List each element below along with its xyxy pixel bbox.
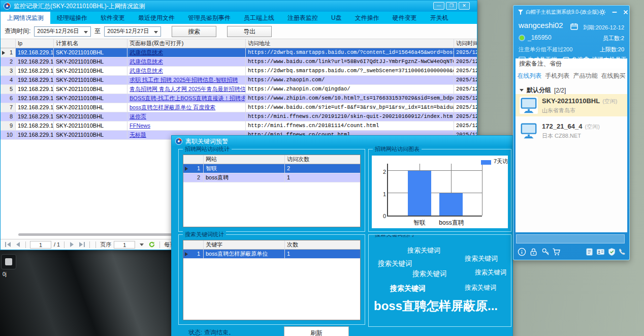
page-title-link[interactable]: BOSS直聘-找工作上BOSS直聘直接谈！招聘求职找工... xyxy=(130,95,246,101)
tab-recent-files[interactable]: 最近使用文件 xyxy=(132,12,181,24)
tab-file-ops[interactable]: 文件操作 xyxy=(348,12,386,24)
search-input[interactable] xyxy=(516,58,627,69)
table-row[interactable]: 9 192.168.229.1 SKY-20211010BHL FFNews h… xyxy=(1,121,477,131)
page-title-link[interactable]: 无标题 xyxy=(130,132,146,138)
tab-internet-monitor[interactable]: 上网情况监测 xyxy=(1,12,50,24)
row-marker-icon xyxy=(185,167,188,171)
page-title-link[interactable]: 求职 找工作 招聘 2025年招聘信息-智联招聘 xyxy=(130,77,238,83)
site-table-header: 网站 访问次数 xyxy=(183,155,360,164)
table-row[interactable]: 6 192.168.229.1 SKY-20211010BHL BOSS直聘-找… xyxy=(1,94,477,103)
tab-software-change[interactable]: 软件变更 xyxy=(94,12,132,24)
next-page-icon[interactable] xyxy=(69,241,76,248)
search-button[interactable]: 搜索 xyxy=(172,26,216,37)
key-icon[interactable] xyxy=(541,248,550,256)
group-name: 默认分组 xyxy=(527,86,551,95)
group-count: [2/2] xyxy=(554,87,566,94)
gear-icon[interactable] xyxy=(599,9,606,16)
refresh-button[interactable]: 刷新 xyxy=(284,326,349,336)
computer-icon xyxy=(519,96,538,114)
y-tick: 2 xyxy=(379,169,386,175)
minimize-icon[interactable] xyxy=(611,9,618,16)
table-row[interactable]: 5 192.168.229.1 SKY-20211010BHL 青岛招聘网 青岛… xyxy=(1,85,477,94)
notes-icon[interactable] xyxy=(585,248,594,256)
table-row[interactable]: 8 192.168.229.1 SKY-20211010BHL 迷你页 http… xyxy=(1,112,477,121)
group-note: 注意单分组不超过200 xyxy=(519,46,572,53)
page-title-link[interactable]: 武康信息技术 xyxy=(130,68,163,74)
cart-icon[interactable] xyxy=(552,248,561,256)
keyword-cloud-item: 搜索关键词 xyxy=(412,269,447,279)
id-card-icon[interactable] xyxy=(596,248,605,256)
calendar-icon[interactable] xyxy=(570,23,578,30)
row-marker-icon xyxy=(2,51,5,55)
tab-admin-events[interactable]: 管理员鉴别事件 xyxy=(181,12,237,24)
desktop-shortcut-label: 0j xyxy=(3,271,7,277)
client-item[interactable]: 172_21_64_4(空闲) 日本 CZ88.NET xyxy=(516,119,627,142)
table-row[interactable]: 4 192.168.229.1 SKY-20211010BHL 求职 找工作 招… xyxy=(1,76,477,85)
quick-message-input[interactable] xyxy=(516,234,625,243)
tab-registry-monitor[interactable]: 注册表监控 xyxy=(281,12,325,24)
tab-product-features[interactable]: 产品功能 xyxy=(573,72,598,80)
date-to-select[interactable]: 2025年12月27日 xyxy=(104,26,161,37)
maximize-button[interactable]: ❐ xyxy=(446,2,457,10)
col-title[interactable]: 页面标题(双击可打开) xyxy=(127,39,246,48)
monitor-client-panel: 白帽子主机监测系统9.0-(政企版) wangceshi02 到期:2026-1… xyxy=(513,5,630,260)
shield-icon[interactable] xyxy=(607,248,616,256)
tab-power[interactable]: 开关机 xyxy=(424,12,455,24)
close-button[interactable]: ✕ xyxy=(459,2,470,10)
tab-manager-ops[interactable]: 经理端操作 xyxy=(50,12,94,24)
bar-plot: 2 1 0 智联 boss直聘 xyxy=(387,164,482,217)
last-page-icon[interactable] xyxy=(78,241,85,248)
chevron-down-icon[interactable] xyxy=(140,243,144,246)
col-url[interactable]: 访问地址 xyxy=(246,39,454,48)
staff-count: 员工数:2 xyxy=(603,35,624,42)
page-title-link[interactable]: FFNews xyxy=(130,123,150,129)
table-row[interactable]: 7 192.168.229.1 SKY-20211010BHL boss直聘怎样… xyxy=(1,103,477,112)
main-window-titlebar[interactable]: 监控记录汇总(SKY-20211010BHL)-上网情况监测 — ❐ ✕ xyxy=(1,1,477,12)
dialog-title: 离职关键词预警 xyxy=(185,137,228,146)
table-row[interactable]: 2 boss直聘 1 xyxy=(183,173,360,182)
page-order-box[interactable]: 1 xyxy=(114,241,135,249)
close-icon[interactable] xyxy=(622,9,629,16)
tab-usb[interactable]: U盘 xyxy=(325,12,348,24)
main-window-title: 监控记录汇总(SKY-20211010BHL)-上网情况监测 xyxy=(14,2,145,11)
tab-phone-list[interactable]: 手机列表 xyxy=(545,72,570,80)
date-from-select[interactable]: 2025年12月26日 xyxy=(34,26,91,37)
keyword-cloud-item: 搜索关键词 xyxy=(465,254,498,263)
group-header[interactable]: 默认分组 [2/2] xyxy=(520,86,566,95)
page-total: / 1 xyxy=(54,241,60,248)
table-row[interactable]: 2 192.168.229.1 SKY-20211010BHL 武康信息技术 h… xyxy=(1,57,477,67)
chart-bar xyxy=(408,171,431,216)
client-item[interactable]: SKY-20211010BHL(空闲) 山东省青岛市 xyxy=(516,94,627,116)
desktop-shortcut-icon[interactable] xyxy=(1,254,16,269)
tab-hardware-change[interactable]: 硬件变更 xyxy=(386,12,424,24)
first-page-icon[interactable] xyxy=(5,241,12,248)
col-time[interactable]: 访问时间 xyxy=(454,39,477,48)
keyword-cloud-item: 搜索关键词 xyxy=(407,246,440,255)
page-title-link[interactable]: 青岛招聘网 青岛人才网 2025年青岛最新招聘信息-... xyxy=(130,86,246,92)
table-row[interactable]: 1 boss直聘怎样屏蔽原单位 1 xyxy=(183,250,360,259)
col-ip[interactable]: Ip xyxy=(16,39,54,48)
page-title-link[interactable]: 迷你页 xyxy=(130,113,146,119)
export-button[interactable]: 导出 xyxy=(227,26,272,37)
tab-buy-online[interactable]: 在线购买 xyxy=(601,72,626,80)
page-title-link[interactable]: 武康信息技术 xyxy=(130,49,163,55)
prev-page-icon[interactable] xyxy=(14,241,21,248)
minimize-button[interactable]: — xyxy=(433,2,444,10)
table-row[interactable]: 1 智联 2 xyxy=(183,164,360,173)
col-computer[interactable]: 计算机名 xyxy=(54,39,127,48)
table-row[interactable]: 3 192.168.229.1 SKY-20211010BHL 武康信息技术 h… xyxy=(1,67,477,76)
page-number-box[interactable]: 1 xyxy=(30,241,51,249)
page-title-link[interactable]: boss直聘怎样屏蔽原单位 百度搜索 xyxy=(130,104,215,110)
phone-icon[interactable] xyxy=(618,248,627,256)
info-icon[interactable] xyxy=(518,248,526,256)
y-tick: 1 xyxy=(379,191,386,197)
tab-online-list[interactable]: 在线列表 xyxy=(518,72,542,80)
refresh-icon[interactable] xyxy=(148,241,155,248)
page-title-link[interactable]: 武康信息技术 xyxy=(130,58,163,65)
query-bar: 查询时间: 2025年12月26日 至 2025年12月27日 搜索 导出 xyxy=(1,24,477,39)
dialog-icon xyxy=(175,138,182,145)
limit-count: 上限数:20 xyxy=(600,46,624,53)
table-row[interactable]: 1 192.168.229.1 SKY-20211010BHL 武康信息技术 h… xyxy=(1,48,477,57)
tab-client-online[interactable]: 员工端上线 xyxy=(237,12,281,24)
lock-icon[interactable] xyxy=(529,248,538,256)
